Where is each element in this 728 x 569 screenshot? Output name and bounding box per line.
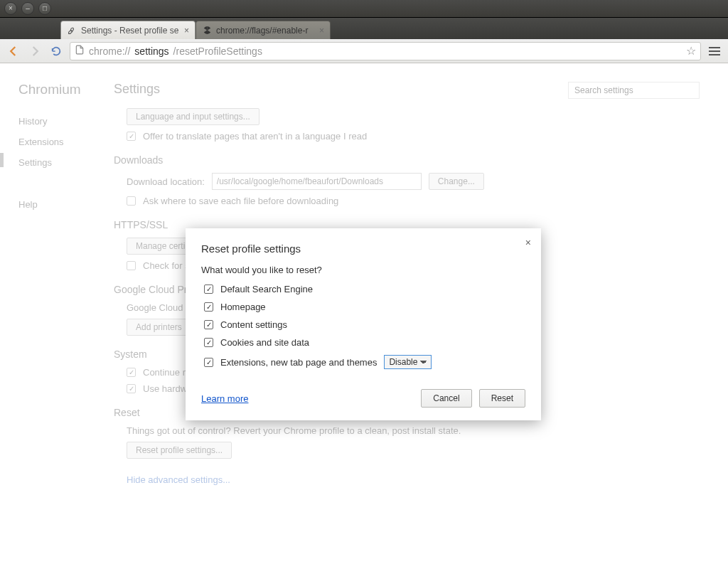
- tab-close-icon[interactable]: ×: [184, 26, 189, 36]
- translate-checkbox[interactable]: [127, 132, 136, 141]
- wrench-icon: [67, 26, 77, 36]
- hw-accel-checkbox[interactable]: [127, 384, 136, 393]
- window-titlebar: × – □: [0, 0, 728, 18]
- reset-extensions-checkbox[interactable]: [204, 358, 213, 367]
- sidebar-item-extensions[interactable]: Extensions: [18, 137, 114, 147]
- hamburger-icon: [709, 47, 720, 55]
- reset-cookies-label: Cookies and site data: [220, 337, 309, 348]
- ask-save-label: Ask where to save each file before downl…: [143, 196, 338, 206]
- learn-more-link[interactable]: Learn more: [201, 393, 248, 404]
- download-location-label: Download location:: [127, 176, 205, 187]
- reload-button[interactable]: [48, 43, 64, 59]
- close-icon: ×: [9, 5, 13, 12]
- window-minimize-button[interactable]: –: [21, 2, 34, 15]
- maximize-icon: □: [43, 5, 47, 12]
- reset-profile-dialog: × Reset profile settings What would you …: [186, 228, 541, 420]
- reset-homepage-checkbox[interactable]: [204, 302, 213, 312]
- browser-frame: Settings - Reset profile se × chrome://f…: [0, 18, 728, 569]
- sidebar-item-help[interactable]: Help: [18, 199, 114, 210]
- url-host: settings: [134, 46, 168, 57]
- check-revocation-checkbox[interactable]: [127, 261, 136, 270]
- dialog-title: Reset profile settings: [201, 243, 525, 255]
- sidebar-item-settings[interactable]: Settings: [18, 157, 114, 168]
- tab-strip: Settings - Reset profile se × chrome://f…: [0, 18, 728, 39]
- reset-search-label: Default Search Engine: [220, 284, 313, 294]
- settings-sidebar: Chromium History Extensions Settings Hel…: [0, 63, 114, 569]
- tab-title: chrome://flags/#enable-r: [216, 26, 315, 36]
- main-menu-button[interactable]: [707, 43, 722, 59]
- translate-label: Offer to translate pages that aren't in …: [143, 131, 367, 142]
- page-icon: [75, 45, 85, 57]
- tab-settings[interactable]: Settings - Reset profile se ×: [60, 21, 196, 39]
- tab-title: Settings - Reset profile se: [81, 26, 180, 36]
- reset-button[interactable]: Reset: [479, 389, 525, 408]
- window-maximize-button[interactable]: □: [38, 2, 51, 15]
- browser-toolbar: chrome://settings/resetProfileSettings ☆: [0, 39, 728, 63]
- active-indicator: [0, 153, 4, 167]
- language-settings-button[interactable]: Language and input settings...: [127, 108, 259, 125]
- gcp-description: Google Cloud P: [127, 302, 192, 313]
- reset-description: Things got out of control? Revert your C…: [127, 425, 461, 436]
- change-download-button[interactable]: Change...: [429, 173, 484, 190]
- forward-button: [27, 43, 43, 59]
- reset-cookies-checkbox[interactable]: [204, 338, 213, 347]
- radiation-icon: [202, 26, 212, 36]
- settings-search-input[interactable]: [568, 82, 700, 99]
- window-close-button[interactable]: ×: [4, 2, 17, 15]
- reset-profile-button[interactable]: Reset profile settings...: [127, 442, 232, 459]
- reset-search-checkbox[interactable]: [204, 284, 213, 294]
- manage-certificates-button[interactable]: Manage certi: [127, 238, 194, 255]
- extensions-action-select[interactable]: Disable: [384, 355, 432, 369]
- dialog-close-button[interactable]: ×: [525, 237, 531, 248]
- tab-flags[interactable]: chrome://flags/#enable-r ×: [196, 21, 331, 39]
- url-scheme: chrome://: [89, 46, 130, 57]
- add-printers-button[interactable]: Add printers: [127, 319, 191, 336]
- download-location-input[interactable]: [212, 173, 422, 190]
- hide-advanced-link[interactable]: Hide advanced settings...: [114, 474, 230, 485]
- reset-extensions-label: Extensions, new tab page and themes: [220, 357, 377, 368]
- cancel-button[interactable]: Cancel: [421, 389, 471, 408]
- reset-homepage-label: Homepage: [220, 302, 266, 312]
- sidebar-item-history[interactable]: History: [18, 116, 114, 127]
- ask-save-checkbox[interactable]: [127, 196, 136, 206]
- url-path: /resetProfileSettings: [173, 46, 682, 57]
- brand-title: Chromium: [18, 82, 114, 97]
- address-bar[interactable]: chrome://settings/resetProfileSettings ☆: [70, 42, 701, 60]
- minimize-icon: –: [26, 5, 30, 12]
- reset-content-checkbox[interactable]: [204, 320, 213, 329]
- bg-apps-checkbox[interactable]: [127, 368, 136, 377]
- downloads-heading: Downloads: [114, 154, 700, 166]
- tab-close-icon[interactable]: ×: [319, 26, 324, 36]
- bookmark-star-icon[interactable]: ☆: [686, 44, 696, 58]
- dialog-question: What would you like to reset?: [201, 265, 525, 275]
- reset-content-label: Content settings: [220, 319, 287, 330]
- back-button[interactable]: [6, 43, 21, 59]
